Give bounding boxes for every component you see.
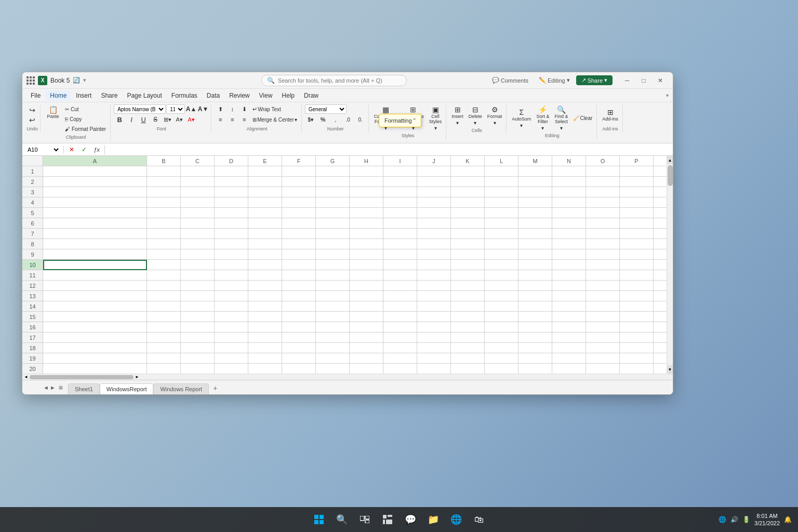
cell-A2[interactable] <box>43 177 147 187</box>
cell-B6[interactable] <box>147 218 181 229</box>
cell-G6[interactable] <box>316 218 350 229</box>
insert-button[interactable]: ⊞ Insert ▾ <box>449 104 466 127</box>
increase-font-button[interactable]: A▲ <box>185 104 197 114</box>
cell-I7[interactable] <box>383 229 417 239</box>
cell-H4[interactable] <box>350 197 383 208</box>
autosum-button[interactable]: Σ AutoSum ▾ <box>510 107 533 129</box>
col-header-B[interactable]: B <box>147 156 181 166</box>
sort-filter-button[interactable]: ⚡ Sort &Filter ▾ <box>534 104 551 132</box>
scroll-up-button[interactable]: ▲ <box>667 156 673 164</box>
row-num-5[interactable]: 5 <box>22 208 43 218</box>
cell-Q4[interactable] <box>654 197 667 208</box>
insert-function-button[interactable]: ƒx <box>91 145 102 154</box>
col-header-Q[interactable]: Q <box>654 156 667 166</box>
cell-A13[interactable] <box>43 291 147 301</box>
cell-B4[interactable] <box>147 197 181 208</box>
cell-O12[interactable] <box>586 281 620 291</box>
cell-N4[interactable] <box>552 197 586 208</box>
cell-C11[interactable] <box>181 270 215 281</box>
cell-K4[interactable] <box>451 197 485 208</box>
cell-Q17[interactable] <box>654 332 667 343</box>
cell-K5[interactable] <box>451 208 485 218</box>
cell-E6[interactable] <box>248 218 282 229</box>
cell-J1[interactable] <box>417 166 451 177</box>
col-header-C[interactable]: C <box>181 156 215 166</box>
col-header-J[interactable]: J <box>417 156 451 166</box>
cell-F7[interactable] <box>282 229 316 239</box>
cell-L20[interactable] <box>485 364 518 374</box>
cell-B15[interactable] <box>147 312 181 322</box>
cell-M4[interactable] <box>518 197 552 208</box>
font-name-select[interactable]: Aptos Narrow (Bo... <box>114 104 166 114</box>
menu-share[interactable]: Share <box>97 90 122 101</box>
cell-A1[interactable] <box>43 166 147 177</box>
cell-H1[interactable] <box>350 166 383 177</box>
cell-B5[interactable] <box>147 208 181 218</box>
cell-B14[interactable] <box>147 301 181 312</box>
cell-N16[interactable] <box>552 322 586 332</box>
cell-F14[interactable] <box>282 301 316 312</box>
row-num-19[interactable]: 19 <box>22 353 43 364</box>
cell-C6[interactable] <box>181 218 215 229</box>
cell-D6[interactable] <box>215 218 248 229</box>
comments-button[interactable]: 💬 Comments <box>488 76 533 85</box>
row-num-3[interactable]: 3 <box>22 187 43 197</box>
cell-F8[interactable] <box>282 239 316 249</box>
menu-help[interactable]: Help <box>277 90 299 101</box>
menu-view[interactable]: View <box>255 90 277 101</box>
bold-button[interactable]: B <box>114 115 125 124</box>
ribbon-collapse[interactable]: ▾ <box>666 92 669 98</box>
cell-J19[interactable] <box>417 353 451 364</box>
cell-A20[interactable] <box>43 364 147 374</box>
cell-G5[interactable] <box>316 208 350 218</box>
minimize-button[interactable]: ─ <box>619 74 635 87</box>
col-header-O[interactable]: O <box>586 156 620 166</box>
cell-K14[interactable] <box>451 301 485 312</box>
cell-I8[interactable] <box>383 239 417 249</box>
cell-I20[interactable] <box>383 364 417 374</box>
cell-I9[interactable] <box>383 249 417 260</box>
task-view-button[interactable] <box>354 509 375 530</box>
cell-B19[interactable] <box>147 353 181 364</box>
cell-H9[interactable] <box>350 249 383 260</box>
cell-C8[interactable] <box>181 239 215 249</box>
maximize-button[interactable]: □ <box>635 74 652 87</box>
cell-C12[interactable] <box>181 281 215 291</box>
cell-N17[interactable] <box>552 332 586 343</box>
cell-D20[interactable] <box>215 364 248 374</box>
cell-P20[interactable] <box>620 364 654 374</box>
sheet-scroll-right[interactable]: ► <box>50 384 56 391</box>
cell-N14[interactable] <box>552 301 586 312</box>
cell-F15[interactable] <box>282 312 316 322</box>
col-header-P[interactable]: P <box>620 156 654 166</box>
cell-M11[interactable] <box>518 270 552 281</box>
cell-N2[interactable] <box>552 177 586 187</box>
cell-E3[interactable] <box>248 187 282 197</box>
cell-K11[interactable] <box>451 270 485 281</box>
cell-Q12[interactable] <box>654 281 667 291</box>
cell-D13[interactable] <box>215 291 248 301</box>
number-format-select[interactable]: General <box>305 104 347 114</box>
cell-I11[interactable] <box>383 270 417 281</box>
cell-L15[interactable] <box>485 312 518 322</box>
cell-L13[interactable] <box>485 291 518 301</box>
vertical-scrollbar[interactable]: ▲ ▼ <box>667 156 673 374</box>
cell-K1[interactable] <box>451 166 485 177</box>
cell-O11[interactable] <box>586 270 620 281</box>
cell-H11[interactable] <box>350 270 383 281</box>
cell-B20[interactable] <box>147 364 181 374</box>
col-header-H[interactable]: H <box>350 156 383 166</box>
cell-F12[interactable] <box>282 281 316 291</box>
cell-M10[interactable] <box>518 260 552 270</box>
cell-E15[interactable] <box>248 312 282 322</box>
cell-B1[interactable] <box>147 166 181 177</box>
cell-E13[interactable] <box>248 291 282 301</box>
row-num-1[interactable]: 1 <box>22 166 43 177</box>
cell-D19[interactable] <box>215 353 248 364</box>
cell-Q7[interactable] <box>654 229 667 239</box>
cell-Q16[interactable] <box>654 322 667 332</box>
cell-N3[interactable] <box>552 187 586 197</box>
fill-color-button[interactable]: A▾ <box>174 115 185 124</box>
cell-K19[interactable] <box>451 353 485 364</box>
cell-G12[interactable] <box>316 281 350 291</box>
